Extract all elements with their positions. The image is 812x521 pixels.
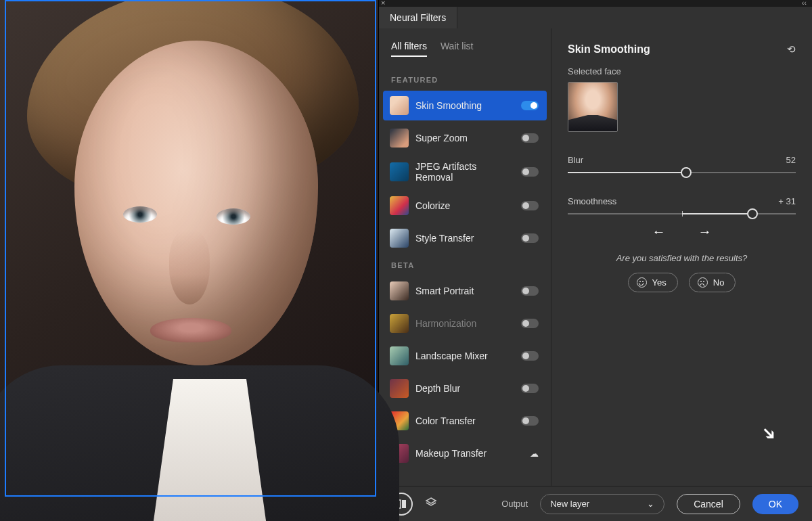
smoothness-label: Smoothness [568,196,616,206]
tab-wait-list[interactable]: Wait list [441,41,473,57]
arrow-right-icon: → [698,224,712,240]
close-icon[interactable]: × [381,0,385,7]
thumb-jpeg-icon [390,162,409,181]
filter-super-zoom[interactable]: Super Zoom [383,123,547,153]
panel-footer: Output New layer ⌄ Cancel OK [379,486,812,521]
filter-label: Colorize [415,200,512,211]
smoothness-slider[interactable] [568,213,796,214]
annotation-arrow-to-ok-icon: ➔ [757,421,782,446]
thumb-colorize-icon [390,196,409,215]
feedback-no-label: No [713,277,725,288]
feedback-yes-button[interactable]: Yes [628,273,678,292]
panel-tab-neural-filters[interactable]: Neural Filters [379,6,457,28]
layers-icon[interactable] [425,497,437,512]
section-featured: FEATURED [379,70,551,88]
svg-rect-1 [402,500,406,508]
selected-face-label: Selected face [568,66,796,76]
satisfied-prompt: Are you satisfied with the results? [568,253,796,263]
panel-main-tab-row: Neural Filters [379,7,812,28]
toggle-jpeg-artifacts[interactable] [521,167,539,177]
thumb-smart-portrait-icon [390,281,409,300]
filter-detail-pane: Skin Smoothing ⟲ Selected face Blur 52 [551,28,812,486]
document-canvas[interactable] [0,0,378,521]
cancel-button-label: Cancel [694,499,723,509]
filter-list-sidebar: All filters Wait list FEATURED Skin Smoo… [379,28,551,486]
reset-icon[interactable]: ⟲ [787,43,796,55]
filter-colorize[interactable]: Colorize [383,191,547,221]
toggle-landscape-mixer[interactable] [521,351,539,361]
thumb-super-zoom-icon [390,129,409,148]
filter-depth-blur[interactable]: Depth Blur [383,373,547,403]
neural-filters-panel: × ‹‹ Neural Filters All filters Wait lis… [378,0,812,521]
arrow-left-icon: ← [652,224,666,240]
cloud-download-icon[interactable]: ☁ [530,449,539,459]
filter-smart-portrait[interactable]: Smart Portrait [383,276,547,306]
blur-value: 52 [786,155,796,165]
thumb-landscape-mixer-icon [390,346,409,365]
thumb-depth-blur-icon [390,379,409,398]
filter-label: Landscape Mixer [415,350,512,361]
section-beta: BETA [379,256,551,273]
toggle-skin-smoothing[interactable] [521,101,539,110]
thumb-harmonization-icon [390,314,409,333]
portrait-photo [0,0,378,521]
filter-landscape-mixer[interactable]: Landscape Mixer [383,341,547,371]
filter-label: Harmonization [415,318,512,329]
filter-label: Smart Portrait [415,286,512,296]
filter-skin-smoothing[interactable]: Skin Smoothing [383,91,547,120]
filter-harmonization[interactable]: Harmonization [383,309,547,338]
detail-title: Skin Smoothing [568,43,650,55]
filter-label: Style Transfer [415,233,512,244]
filter-label: Super Zoom [415,133,512,143]
toggle-harmonization[interactable] [521,319,539,328]
ok-button[interactable]: OK [752,494,798,514]
toggle-depth-blur[interactable] [521,384,539,393]
chevron-down-icon: ⌄ [647,499,654,509]
filter-label: Color Transfer [415,415,512,426]
cancel-button[interactable]: Cancel [677,494,740,514]
smile-icon [637,277,647,288]
frown-icon [698,277,708,288]
output-select[interactable]: New layer ⌄ [540,494,664,514]
toggle-style-transfer[interactable] [521,233,539,243]
thumb-skin-smoothing-icon [390,96,409,115]
ok-button-label: OK [769,499,782,509]
toggle-super-zoom[interactable] [521,133,539,143]
filter-makeup-transfer[interactable]: Makeup Transfer ☁ [383,438,547,468]
smoothness-value: + 31 [778,196,796,206]
collapse-icon[interactable]: ‹‹ [802,0,807,7]
filter-label: Skin Smoothing [415,100,512,111]
filter-label: JPEG Artifacts Removal [415,161,512,183]
filter-color-transfer[interactable]: Color Transfer [383,406,547,436]
feedback-yes-label: Yes [652,277,667,288]
blur-label: Blur [568,155,583,165]
output-selected-value: New layer [550,499,589,509]
toggle-colorize[interactable] [521,201,539,210]
filter-label: Depth Blur [415,383,512,394]
filter-style-transfer[interactable]: Style Transfer [383,223,547,253]
annotation-arrows: ← → [568,224,796,240]
output-label: Output [501,499,528,509]
selected-face-thumbnail[interactable] [568,82,618,132]
blur-slider[interactable] [568,172,796,173]
tab-all-filters[interactable]: All filters [391,41,427,57]
filter-label: Makeup Transfer [415,448,512,459]
toggle-smart-portrait[interactable] [521,286,539,296]
thumb-style-transfer-icon [390,229,409,248]
feedback-no-button[interactable]: No [689,273,736,292]
panel-tab-bar: × ‹‹ [379,0,812,7]
toggle-color-transfer[interactable] [521,416,539,426]
filter-jpeg-artifacts[interactable]: JPEG Artifacts Removal [383,156,547,188]
